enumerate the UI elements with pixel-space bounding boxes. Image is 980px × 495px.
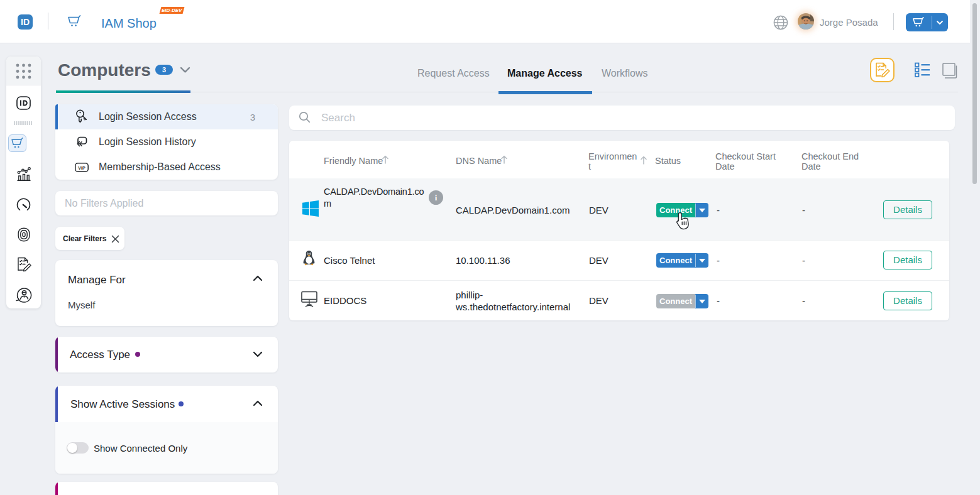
- svg-text:VIP: VIP: [78, 166, 85, 170]
